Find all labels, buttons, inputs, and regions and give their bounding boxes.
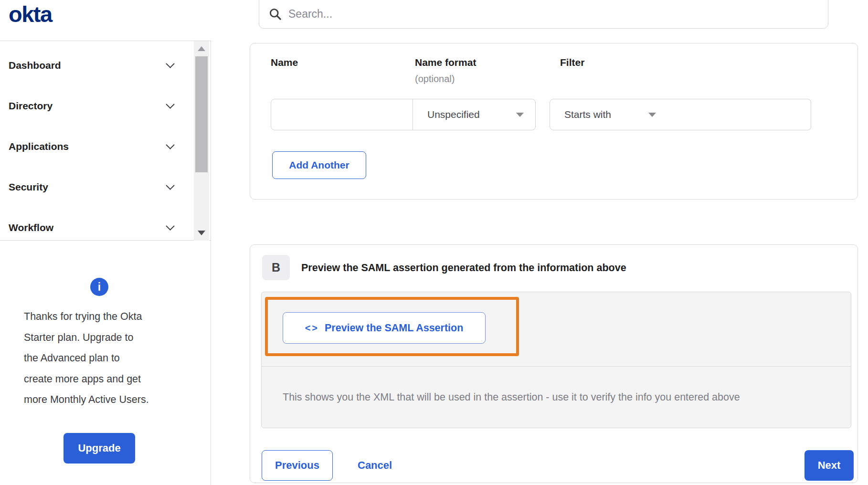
saml-preview-card: B Preview the SAML assertion generated f…	[250, 244, 858, 483]
name-format-column-label: Name format	[415, 57, 476, 68]
sidebar: Dashboard Directory Applications Securit…	[0, 41, 211, 485]
attribute-statements-card: Name Name format (optional) Filter Unspe…	[250, 43, 858, 200]
code-brackets-icon: <>	[305, 323, 319, 334]
name-format-selected-value: Unspecified	[427, 109, 480, 120]
preview-description-row: This shows you the XML that will be used…	[262, 367, 851, 428]
dropdown-caret-icon	[648, 113, 656, 117]
name-format-optional-hint: (optional)	[415, 74, 455, 84]
dropdown-caret-icon	[516, 113, 524, 117]
chevron-down-icon	[166, 59, 174, 68]
chevron-down-icon	[166, 100, 174, 108]
next-button[interactable]: Next	[804, 450, 854, 481]
scroll-down-icon[interactable]	[198, 231, 205, 235]
previous-button[interactable]: Previous	[262, 450, 333, 481]
sidebar-item-dashboard[interactable]: Dashboard	[0, 45, 211, 85]
sidebar-item-directory[interactable]: Directory	[0, 85, 211, 126]
sidebar-item-label: Security	[9, 181, 48, 193]
preview-button-label: Preview the SAML Assertion	[325, 322, 463, 334]
sidebar-item-label: Applications	[9, 141, 69, 152]
upgrade-message-line: the Advanced plan to	[24, 348, 191, 369]
sidebar-item-security[interactable]: Security	[0, 167, 211, 207]
preview-saml-assertion-button[interactable]: <> Preview the SAML Assertion	[283, 312, 486, 344]
filter-type-selected-value: Starts with	[564, 109, 611, 120]
preview-button-row: <> Preview the SAML Assertion	[262, 292, 851, 367]
preview-panel: <> Preview the SAML Assertion This shows…	[261, 292, 851, 428]
chevron-down-icon	[166, 221, 174, 230]
filter-type-select[interactable]: Starts with	[550, 99, 668, 130]
upgrade-message-line: Starter plan. Upgrade to	[24, 327, 191, 348]
preview-description: This shows you the XML that will be used…	[283, 391, 740, 403]
scrollbar-thumb[interactable]	[195, 56, 208, 172]
sidebar-item-label: Directory	[9, 100, 53, 112]
name-input[interactable]	[271, 99, 413, 130]
sidebar-item-label: Dashboard	[9, 60, 61, 71]
scroll-up-icon[interactable]	[198, 46, 205, 51]
okta-logo: okta	[9, 1, 52, 27]
name-column-label: Name	[271, 57, 298, 68]
sidebar-scrollbar[interactable]	[194, 41, 209, 241]
filter-value-input[interactable]	[667, 99, 811, 130]
chevron-down-icon	[166, 181, 174, 190]
search-icon	[269, 8, 282, 21]
upgrade-message: Thanks for trying the Okta Starter plan.…	[24, 306, 191, 411]
cancel-button[interactable]: Cancel	[358, 450, 392, 481]
step-b-badge: B	[262, 255, 290, 280]
section-title: Preview the SAML assertion generated fro…	[301, 262, 626, 274]
sidebar-item-applications[interactable]: Applications	[0, 126, 211, 167]
sidebar-menu: Dashboard Directory Applications Securit…	[0, 41, 211, 241]
upgrade-message-line: create more apps and get	[24, 369, 191, 390]
chevron-down-icon	[166, 140, 174, 149]
search-input[interactable]	[288, 8, 790, 21]
upgrade-button[interactable]: Upgrade	[64, 433, 135, 464]
name-format-select[interactable]: Unspecified	[413, 99, 536, 130]
add-another-button[interactable]: Add Another	[272, 151, 366, 179]
info-icon: i	[90, 278, 108, 296]
sidebar-item-workflow[interactable]: Workflow	[0, 207, 211, 248]
global-search	[259, 0, 828, 29]
okta-admin-window: okta Dashboard Directory Applications	[0, 0, 868, 485]
upgrade-message-line: Thanks for trying the Okta	[24, 306, 191, 327]
sidebar-item-label: Workflow	[9, 222, 53, 233]
filter-column-label: Filter	[560, 57, 584, 68]
upgrade-message-line: more Monthly Active Users.	[24, 390, 191, 411]
